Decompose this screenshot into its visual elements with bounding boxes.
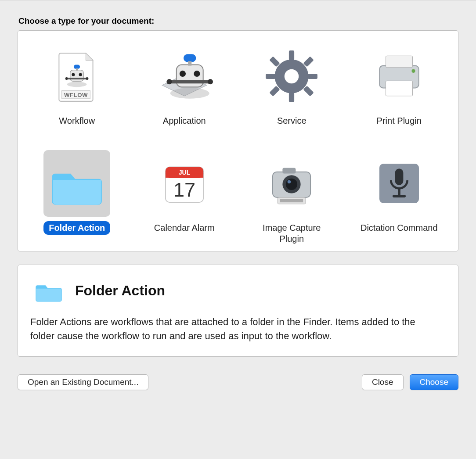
type-item-image-capture-plugin[interactable]: Image Capture Plugin [242, 147, 341, 247]
type-item-dictation-command[interactable]: Dictation Command [350, 147, 449, 247]
detail-description: Folder Actions are workflows that are at… [30, 315, 434, 343]
detail-header: Folder Action [30, 276, 446, 305]
type-item-label: Calendar Alarm [149, 221, 220, 235]
type-item-label: Service [272, 114, 312, 128]
type-item-application[interactable]: Application [135, 40, 234, 137]
type-item-label: Print Plugin [371, 114, 427, 128]
type-item-service[interactable]: Service [242, 40, 341, 137]
folder-icon [43, 150, 110, 217]
button-row: Open an Existing Document... Close Choos… [18, 374, 458, 390]
type-item-print-plugin[interactable]: Print Plugin [350, 40, 449, 137]
detail-title: Folder Action [75, 283, 165, 299]
type-item-folder-action[interactable]: Folder Action [28, 147, 126, 247]
workflow-icon [43, 43, 110, 110]
camera-icon [258, 150, 325, 217]
open-existing-button[interactable]: Open an Existing Document... [18, 374, 148, 390]
printer-icon [366, 43, 433, 110]
folder-icon [30, 276, 67, 305]
document-type-panel: Workflow Application Service Print Plugi… [18, 30, 458, 251]
microphone-icon [366, 150, 433, 217]
automator-new-document-sheet: Choose a type for your document: Workflo… [0, 0, 476, 459]
application-icon [151, 43, 218, 110]
gear-icon [258, 43, 325, 110]
choose-button[interactable]: Choose [410, 374, 459, 390]
type-item-calendar-alarm[interactable]: Calendar Alarm [135, 147, 234, 247]
type-item-label: Image Capture Plugin [248, 221, 335, 246]
detail-panel: Folder Action Folder Actions are workflo… [18, 265, 458, 357]
close-button[interactable]: Close [362, 374, 404, 390]
type-item-label: Folder Action [43, 221, 110, 235]
type-item-label: Workflow [54, 114, 100, 128]
type-item-workflow[interactable]: Workflow [28, 40, 126, 137]
type-item-label: Dictation Command [355, 221, 443, 235]
document-type-grid: Workflow Application Service Print Plugi… [28, 40, 448, 247]
type-item-label: Application [158, 114, 211, 128]
calendar-icon [151, 150, 218, 217]
prompt-label: Choose a type for your document: [18, 16, 458, 26]
